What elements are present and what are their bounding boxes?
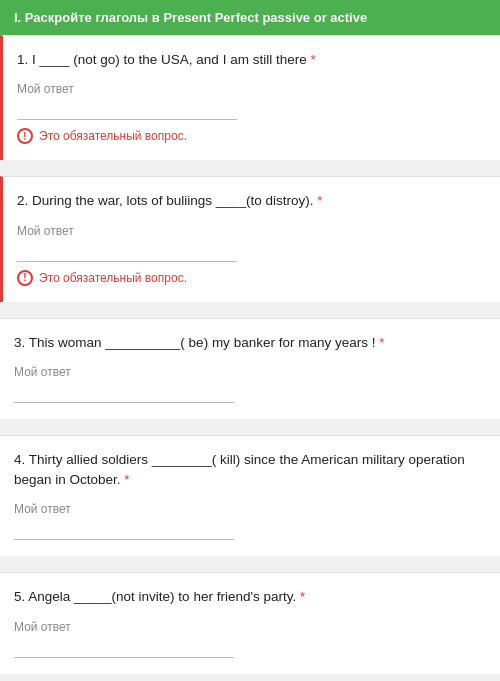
question-text-5: 5. Angela _____(not invite) to her frien… — [14, 587, 486, 607]
answer-label-1: Мой ответ — [17, 82, 486, 96]
question-text-4: 4. Thirty allied soldiers ________( kill… — [14, 450, 486, 491]
divider-2 — [0, 310, 500, 318]
answer-input-5[interactable] — [14, 638, 234, 658]
error-text-1: Это обязательный вопрос. — [39, 129, 187, 143]
question-block-2: 2. During the war, lots of buliings ____… — [0, 176, 500, 301]
error-icon-1: ! — [17, 128, 33, 144]
question-text-2: 2. During the war, lots of buliings ____… — [17, 191, 486, 211]
question-text-3: 3. This woman __________( be) my banker … — [14, 333, 486, 353]
required-star-1: * — [310, 52, 315, 67]
error-message-2: !Это обязательный вопрос. — [17, 270, 486, 286]
error-message-1: !Это обязательный вопрос. — [17, 128, 486, 144]
error-text-2: Это обязательный вопрос. — [39, 271, 187, 285]
question-block-5: 5. Angela _____(not invite) to her frien… — [0, 572, 500, 673]
required-star-4: * — [124, 472, 129, 487]
answer-label-4: Мой ответ — [14, 502, 486, 516]
error-icon-2: ! — [17, 270, 33, 286]
divider-1 — [0, 168, 500, 176]
answer-input-2[interactable] — [17, 242, 237, 262]
section-header: I. Раскройте глаголы в Present Perfect p… — [0, 0, 500, 35]
header-title: I. Раскройте глаголы в Present Perfect p… — [14, 10, 367, 25]
answer-label-5: Мой ответ — [14, 620, 486, 634]
answer-label-2: Мой ответ — [17, 224, 486, 238]
answer-input-3[interactable] — [14, 383, 234, 403]
question-block-3: 3. This woman __________( be) my banker … — [0, 318, 500, 419]
divider-3 — [0, 427, 500, 435]
question-text-1: 1. I ____ (not go) to the USA, and I am … — [17, 50, 486, 70]
answer-label-3: Мой ответ — [14, 365, 486, 379]
questions-container: 1. I ____ (not go) to the USA, and I am … — [0, 35, 500, 674]
required-star-3: * — [379, 335, 384, 350]
question-block-4: 4. Thirty allied soldiers ________( kill… — [0, 435, 500, 557]
answer-input-1[interactable] — [17, 100, 237, 120]
required-star-5: * — [300, 589, 305, 604]
required-star-2: * — [317, 193, 322, 208]
divider-4 — [0, 564, 500, 572]
question-block-1: 1. I ____ (not go) to the USA, and I am … — [0, 35, 500, 160]
answer-input-4[interactable] — [14, 520, 234, 540]
